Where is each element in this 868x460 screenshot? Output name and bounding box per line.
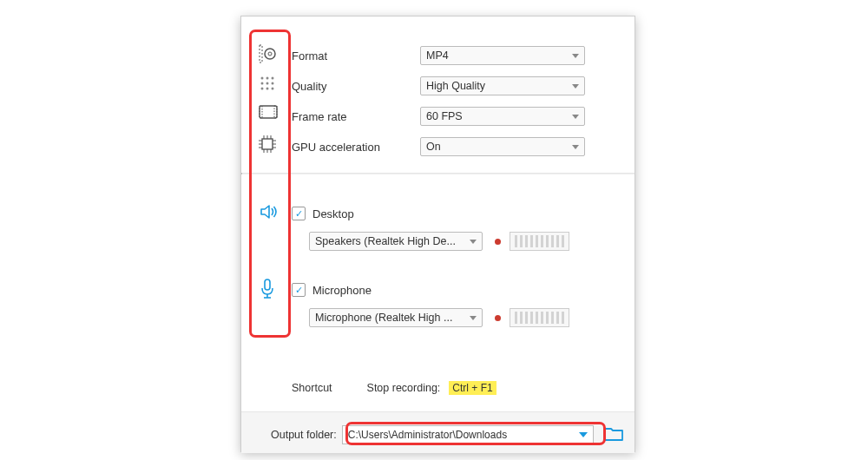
microphone-icon xyxy=(259,279,279,299)
level-bars xyxy=(510,232,569,251)
gpu-row: GPU acceleration On xyxy=(292,135,622,158)
mic-level-meter xyxy=(495,308,569,327)
format-select[interactable]: MP4 xyxy=(420,46,585,65)
quality-icon xyxy=(259,75,279,92)
record-dot-icon xyxy=(495,239,501,245)
mic-device-value: Microphone (Realtek High ... xyxy=(315,312,470,324)
output-folder-select[interactable]: C:\Users\Administrator\Downloads xyxy=(342,425,594,444)
mic-row: ✓ Microphone xyxy=(292,279,622,301)
chevron-down-icon xyxy=(572,54,579,58)
format-label: Format xyxy=(292,49,420,62)
desktop-checkbox[interactable]: ✓ xyxy=(292,207,306,220)
shortcut-row: Shortcut Stop recording: Ctrl + F1 xyxy=(292,381,496,395)
svg-point-6 xyxy=(261,82,264,85)
svg-point-9 xyxy=(261,88,264,90)
shortcut-section-label: Shortcut xyxy=(292,382,332,394)
chevron-down-icon xyxy=(572,115,579,119)
gpu-select[interactable]: On xyxy=(420,137,585,156)
desktop-device-value: Speakers (Realtek High De... xyxy=(315,235,470,247)
framerate-select[interactable]: 60 FPS xyxy=(420,107,585,126)
chevron-down-icon xyxy=(572,145,579,149)
stop-recording-label: Stop recording: xyxy=(367,382,441,394)
chevron-down-icon xyxy=(572,84,579,89)
stop-recording-key: Ctrl + F1 xyxy=(449,381,496,395)
quality-select[interactable]: High Quality xyxy=(420,76,585,95)
svg-point-10 xyxy=(266,88,269,90)
chevron-down-icon xyxy=(579,432,588,437)
mic-label: Microphone xyxy=(312,284,372,297)
chevron-down-icon xyxy=(470,240,477,244)
divider xyxy=(241,173,635,174)
framerate-row: Frame rate 60 FPS xyxy=(292,105,622,128)
svg-point-5 xyxy=(272,77,274,80)
desktop-device-row: Speakers (Realtek High De... xyxy=(309,230,622,253)
mic-device-row: Microphone (Realtek High ... xyxy=(309,306,622,329)
desktop-device-select[interactable]: Speakers (Realtek High De... xyxy=(309,232,483,251)
open-folder-button[interactable] xyxy=(604,426,623,444)
desktop-label: Desktop xyxy=(312,207,354,220)
output-folder-path: C:\Users\Administrator\Downloads xyxy=(348,429,579,441)
level-bars xyxy=(510,308,569,327)
svg-rect-15 xyxy=(262,139,273,149)
speaker-icon xyxy=(259,202,279,221)
framerate-icon xyxy=(259,105,279,119)
gpu-label: GPU acceleration xyxy=(292,141,420,154)
quality-value: High Quality xyxy=(426,80,572,92)
gpu-icon xyxy=(259,135,279,153)
mic-checkbox[interactable]: ✓ xyxy=(292,283,306,297)
svg-point-1 xyxy=(265,49,275,59)
output-folder-label: Output folder: xyxy=(271,429,337,441)
svg-point-3 xyxy=(261,77,264,80)
svg-point-8 xyxy=(272,82,274,85)
svg-point-2 xyxy=(268,52,272,56)
desktop-audio-row: ✓ Desktop xyxy=(292,202,622,225)
quality-row: Quality High Quality xyxy=(292,75,622,97)
settings-panel: Format MP4 Quality High Quality Frame ra… xyxy=(240,16,635,452)
svg-point-4 xyxy=(266,77,269,80)
svg-point-11 xyxy=(272,88,274,90)
gpu-value: On xyxy=(426,141,572,153)
chevron-down-icon xyxy=(470,316,477,320)
output-folder-row: Output folder: C:\Users\Administrator\Do… xyxy=(271,425,623,444)
record-dot-icon xyxy=(495,315,501,321)
quality-label: Quality xyxy=(292,80,420,93)
framerate-value: 60 FPS xyxy=(426,110,572,122)
mic-device-select[interactable]: Microphone (Realtek High ... xyxy=(309,308,483,327)
svg-rect-0 xyxy=(260,45,262,62)
format-row: Format MP4 xyxy=(292,44,622,67)
svg-point-7 xyxy=(266,82,269,85)
framerate-label: Frame rate xyxy=(292,110,420,123)
desktop-level-meter xyxy=(495,232,569,251)
folder-icon xyxy=(604,426,623,442)
format-icon xyxy=(259,44,279,63)
format-value: MP4 xyxy=(426,49,572,62)
svg-rect-28 xyxy=(265,279,270,290)
